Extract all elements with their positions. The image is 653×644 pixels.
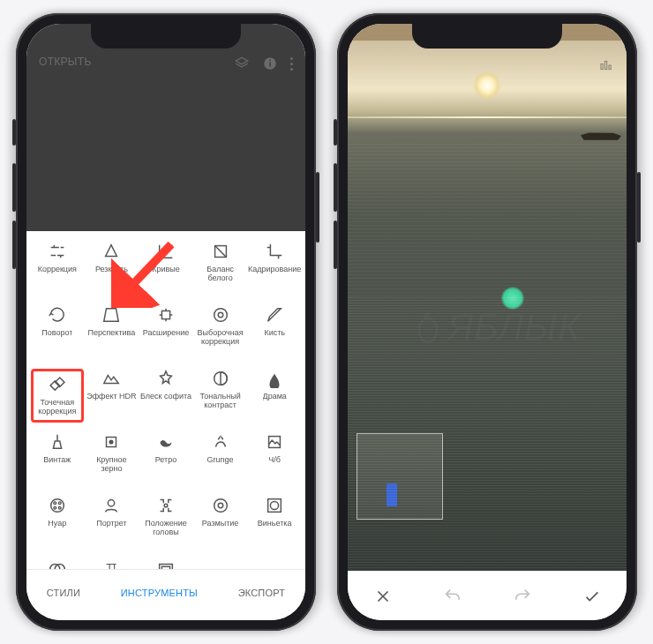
- phone-left: ОТКРЫТЬ КоррекцияРезкостьКривыеБаланс бе…: [16, 13, 316, 631]
- tool-резкость[interactable]: Резкость: [85, 242, 138, 273]
- tool-кривые[interactable]: Кривые: [139, 242, 192, 273]
- tool-виньетка[interactable]: Виньетка: [248, 496, 301, 528]
- tool-label: Драма: [263, 392, 287, 401]
- svg-point-17: [54, 506, 56, 509]
- tool-label: Кривые: [152, 265, 180, 273]
- tool-label: Размытие: [202, 519, 239, 528]
- tool-label: Перспектива: [88, 328, 136, 337]
- svg-text:T: T: [106, 567, 111, 569]
- image-canvas[interactable]: [348, 24, 627, 571]
- undo-button[interactable]: [435, 579, 470, 614]
- svg-point-7: [214, 309, 227, 322]
- svg-rect-2: [269, 60, 271, 62]
- tab-styles[interactable]: СТИЛИ: [47, 588, 80, 598]
- svg-rect-30: [601, 64, 603, 70]
- tool-баланс-белого[interactable]: Баланс белого: [194, 242, 247, 283]
- tool-label: Резкость: [95, 265, 128, 273]
- tool-label: Нуар: [48, 519, 66, 528]
- tool-label: Коррекция: [38, 265, 77, 273]
- device-notch: [412, 24, 562, 49]
- tool-ретро[interactable]: Ретро: [139, 432, 192, 464]
- photo-boat: [581, 128, 621, 140]
- tab-tools[interactable]: ИНСТРУМЕНТЫ: [121, 588, 198, 598]
- tool-блеск-софита[interactable]: Блеск софита: [139, 369, 192, 401]
- device-notch: [91, 24, 241, 49]
- bottom-tabs: СТИЛИ ИНСТРУМЕНТЫ ЭКСПОРТ: [26, 569, 305, 615]
- tool-перспектива[interactable]: Перспектива: [85, 305, 138, 337]
- tool-драма[interactable]: Драма: [248, 369, 301, 401]
- tool-label: Баланс белого: [194, 265, 247, 283]
- tool-label: Расширение: [143, 328, 189, 337]
- tool-размытие[interactable]: Размытие: [194, 496, 247, 528]
- tool-кисть[interactable]: Кисть: [248, 305, 301, 337]
- open-button[interactable]: ОТКРЫТЬ: [39, 56, 92, 68]
- histogram-icon[interactable]: [598, 57, 614, 73]
- tool-label: Эффект HDR: [86, 392, 136, 401]
- redo-button[interactable]: [505, 579, 540, 614]
- tool-label: Положение головы: [139, 519, 192, 537]
- svg-rect-5: [161, 311, 169, 318]
- svg-point-14: [50, 499, 64, 513]
- tool-портрет[interactable]: Портрет: [85, 496, 138, 528]
- layers-icon[interactable]: [234, 56, 250, 71]
- tool-label: Виньетка: [258, 519, 292, 528]
- svg-point-12: [110, 440, 114, 444]
- tool-label: Точечная коррекция: [34, 398, 81, 416]
- tool-label: Ретро: [155, 455, 176, 464]
- tool-точечная-коррекция[interactable]: Точечная коррекция: [31, 369, 84, 423]
- more-icon[interactable]: [290, 57, 293, 71]
- photo-sun: [475, 73, 499, 98]
- tool-кадрирование[interactable]: Кадрирование: [248, 242, 301, 273]
- tool-положение-головы[interactable]: Положение головы: [139, 496, 192, 537]
- apply-button[interactable]: [574, 579, 610, 614]
- svg-point-19: [109, 500, 115, 506]
- tool-label: Кисть: [264, 328, 285, 337]
- tool-тональный-контраст[interactable]: Тональный контраст: [194, 369, 247, 410]
- svg-rect-29: [161, 566, 169, 569]
- tool-label: Портрет: [96, 519, 126, 528]
- svg-point-20: [164, 504, 168, 507]
- tool-label: Тональный контраст: [194, 392, 247, 410]
- svg-point-18: [58, 506, 61, 509]
- tool-выборочная-коррекция[interactable]: Выборочная коррекция: [194, 305, 247, 347]
- tool-рамки[interactable]: Рамки: [139, 559, 192, 569]
- tool-label: Ч/б: [268, 455, 281, 464]
- photo-horizon: [348, 116, 627, 118]
- tool-label: Винтаж: [43, 455, 71, 464]
- tool-текст[interactable]: TТекст: [85, 559, 138, 569]
- svg-point-22: [218, 503, 223, 508]
- phone-right: ЯБЛЫК: [337, 13, 637, 631]
- tool-ч-б[interactable]: Ч/б: [248, 432, 301, 464]
- lens-flare-marker: [501, 287, 524, 310]
- svg-point-15: [54, 502, 56, 505]
- tool-коррекция[interactable]: Коррекция: [31, 242, 84, 273]
- healing-toolbar: [348, 571, 627, 620]
- tab-export[interactable]: ЭКСПОРТ: [238, 588, 286, 598]
- tool-расширение[interactable]: Расширение: [139, 305, 192, 337]
- tool-label: Кадрирование: [248, 265, 301, 273]
- svg-rect-32: [609, 65, 611, 70]
- svg-rect-31: [605, 62, 607, 70]
- svg-rect-1: [269, 63, 271, 67]
- svg-point-24: [271, 501, 279, 509]
- tools-grid: КоррекцияРезкостьКривыеБаланс белогоКадр…: [26, 231, 305, 569]
- tool-label: Крупное зерно: [85, 455, 138, 474]
- svg-point-16: [58, 502, 61, 505]
- tool-поворот[interactable]: Поворот: [31, 305, 84, 337]
- tool-grunge[interactable]: Grunge: [194, 432, 247, 464]
- svg-point-6: [218, 312, 223, 318]
- tool-label: Grunge: [207, 455, 234, 464]
- editor-top-preview: ОТКРЫТЬ: [26, 24, 305, 231]
- tool-крупное-зерно[interactable]: Крупное зерно: [85, 432, 138, 474]
- navigator-viewport: [387, 483, 397, 506]
- navigator-preview[interactable]: [357, 433, 443, 520]
- tool-двойная-экспозиция[interactable]: Двойная экспозиция: [31, 559, 84, 569]
- tool-нуар[interactable]: Нуар: [31, 496, 84, 528]
- tool-label: Блеск софита: [140, 392, 191, 401]
- svg-point-21: [214, 499, 227, 513]
- tool-label: Выборочная коррекция: [194, 328, 247, 347]
- info-icon[interactable]: [262, 56, 278, 71]
- tool-эффект-hdr[interactable]: Эффект HDR: [85, 369, 138, 401]
- tool-винтаж[interactable]: Винтаж: [31, 432, 84, 464]
- cancel-button[interactable]: [365, 579, 401, 614]
